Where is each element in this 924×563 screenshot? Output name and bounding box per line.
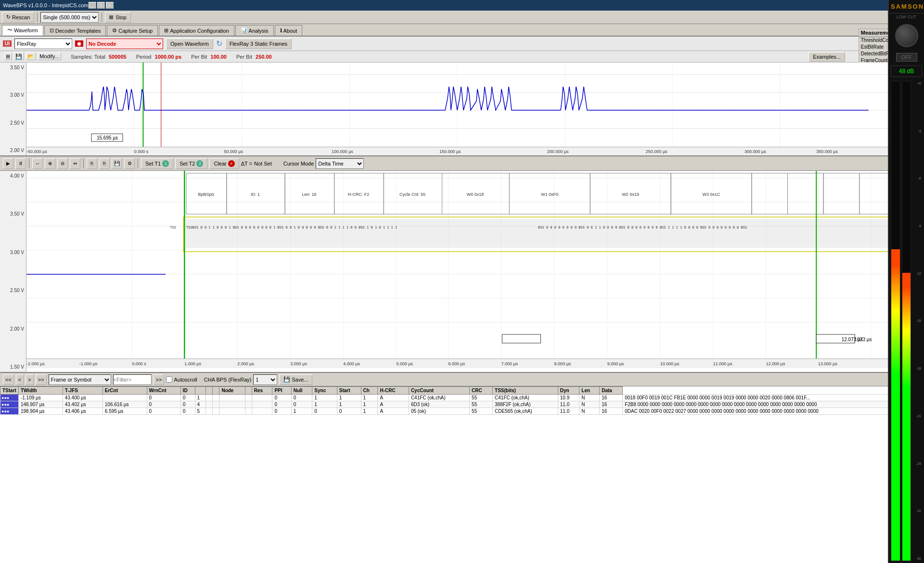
th-twidth[interactable]: TWidth — [18, 387, 63, 395]
clear-button[interactable]: Clear × — [209, 158, 239, 169]
examples-button[interactable]: Examples... — [808, 52, 845, 62]
cursor-move-button[interactable]: ↔ — [32, 158, 43, 169]
maximize-button[interactable]: □ — [97, 2, 105, 9]
table-cell-23: 0DAC 0020 00F0 0022 0027 0000 0000 0000 … — [623, 408, 924, 415]
th-crc[interactable]: CRC — [470, 387, 493, 395]
th-start[interactable]: Start — [337, 387, 361, 395]
th-tjfs[interactable]: T-JFS — [63, 387, 103, 395]
frame-type-select[interactable]: Frame or Symbol — [49, 374, 111, 385]
th-null[interactable]: Null — [291, 387, 312, 395]
save-data-button[interactable]: 💾 Save... — [279, 374, 312, 385]
autoscroll-checkbox[interactable] — [166, 376, 172, 383]
meter-bar-left — [891, 81, 900, 561]
copy-button[interactable]: ⎘ — [87, 158, 97, 169]
by-label-200: 2.00 V — [2, 326, 24, 332]
nav-last-button[interactable]: >> — [36, 374, 47, 385]
table-row[interactable]: ●●●148.907 µs43.402 µs106.616 µs00400111… — [0, 401, 924, 408]
page-select[interactable]: 1 — [253, 374, 277, 385]
config2-button[interactable]: ⚙ — [124, 158, 135, 169]
th-col8 — [206, 387, 213, 395]
off-button[interactable]: OFF — [896, 53, 917, 62]
y-label-350: 3.50 V — [2, 65, 24, 70]
set-t1-button[interactable]: Set T1 1 — [141, 158, 173, 169]
set-t2-button[interactable]: Set T2 2 — [175, 158, 207, 169]
save-wfm-button[interactable]: 💾 — [112, 158, 122, 169]
table-cell-1: 43.400 µs — [63, 395, 103, 401]
table-cell-21: N — [579, 408, 600, 415]
nav-next-button[interactable]: > — [26, 374, 33, 385]
th-tstart[interactable]: TStart — [0, 387, 19, 395]
table-row[interactable]: ●●●198.904 µs43.406 µs6.595 µs00501001A0… — [0, 408, 924, 415]
scale-n21: -21 — [912, 414, 921, 418]
svg-text:BSS 0 0 0 0 0 0 0 0 BSS 0 0 1 : BSS 0 0 0 0 0 0 0 0 BSS 0 0 1 1 0 0 0 0 … — [538, 226, 747, 230]
th-node[interactable]: Node — [219, 387, 245, 395]
tab-app-config[interactable]: ⊞ Application Configuration — [159, 25, 234, 36]
autoscroll-label: Autoscroll — [166, 376, 197, 383]
bx-label-6: 6.000 µs — [449, 361, 465, 366]
zoom-in-button[interactable]: ⊕ — [45, 158, 55, 169]
th-res[interactable]: Res — [252, 387, 272, 395]
filter-input[interactable] — [113, 374, 152, 385]
open-waveform-button[interactable]: Open Waveform — [166, 38, 213, 49]
cursor-mode-select[interactable]: Delta Time Single Cursor No Cursor — [316, 158, 364, 169]
copy2-button[interactable]: ⎘ — [99, 158, 110, 169]
th-ch[interactable]: Ch — [361, 387, 378, 395]
play-button[interactable]: ▶ — [3, 158, 13, 169]
zoom-out-button[interactable]: ⊖ — [57, 158, 68, 169]
modify-button[interactable]: Modify... — [38, 52, 61, 60]
tab-decoder-templates[interactable]: ⊡ Decoder Templates — [44, 25, 106, 36]
tab-analysis[interactable]: 📊 Analysis — [235, 25, 274, 36]
table-cell-6 — [206, 401, 213, 408]
close-button[interactable]: × — [106, 2, 114, 9]
stop-button[interactable]: Stop — [105, 12, 131, 23]
table-cell-10 — [252, 408, 272, 415]
th-id[interactable]: ID — [180, 387, 195, 395]
table-cell-21: N — [579, 401, 600, 408]
table-cell-23: 0018 00F0 0019 001C FB1E 0000 0000 0019 … — [623, 395, 924, 401]
nav-first-button[interactable]: << — [3, 374, 14, 385]
svg-text:BpBSp0: BpBSp0 — [198, 192, 214, 197]
title-bar: WaveBPS v1.0.0.0 - IntrepidCS.com _ □ × — [0, 0, 924, 11]
toolbar-icon3[interactable]: 📂 — [26, 52, 36, 60]
table-cell-13: 1 — [312, 401, 337, 408]
static-frames-button[interactable]: FlexRay 3 Static Frames — [225, 38, 292, 49]
tab-capture-setup[interactable]: ⚙ Capture Setup — [107, 25, 158, 36]
bx-label-7: 7.000 µs — [501, 361, 518, 366]
pause-button[interactable]: ⏸ — [15, 158, 26, 169]
decode-select[interactable]: No Decode — [86, 38, 163, 49]
th-wrncnt[interactable]: WrnCnt — [147, 387, 180, 395]
filter-apply-button[interactable]: >> — [154, 374, 165, 385]
th-ercnt[interactable]: ErCnt — [103, 387, 147, 395]
toolbar-icon2[interactable]: 💾 — [13, 52, 24, 60]
table-cell-17: C41FC (ok,chA) — [409, 395, 469, 401]
th-len[interactable]: Len — [579, 387, 600, 395]
top-x-axis: -50.000 µs 0.000 s 50.000 µs 100.000 µs … — [26, 147, 924, 155]
th-hcrc[interactable]: H-CRC — [378, 387, 409, 395]
zoom-fit-horizontal[interactable]: ⇔ — [70, 158, 80, 169]
th-tss[interactable]: TSS(bits) — [493, 387, 558, 395]
rescan-button[interactable]: ↻ Rescan — [2, 12, 34, 23]
toolbar-icon1[interactable]: ⊞ — [4, 52, 12, 60]
decoder-icon: ⊡ — [50, 27, 54, 34]
nav-prev-button[interactable]: < — [16, 374, 24, 385]
th-dyn[interactable]: Dyn — [558, 387, 579, 395]
table-cell-22: 16 — [600, 401, 623, 408]
th-sync[interactable]: Sync — [312, 387, 337, 395]
table-cell-16: A — [378, 401, 409, 408]
th-cyccount[interactable]: CycCount — [409, 387, 469, 395]
mode-select[interactable]: Single (500.000 ms) — [40, 12, 99, 23]
table-cell-1: 43.402 µs — [63, 401, 103, 408]
table-cell-6 — [206, 408, 213, 415]
protocol-select[interactable]: FlexRay — [14, 38, 72, 49]
tab-about[interactable]: ℹ About — [275, 25, 303, 36]
tab-waveform[interactable]: 〜 Waveform — [2, 25, 43, 36]
scale-n9: -9 — [912, 224, 921, 228]
svg-text:H-CRC: F2: H-CRC: F2 — [348, 192, 370, 197]
data-table-area[interactable]: TStart TWidth T-JFS ErCnt WrnCnt ID Node… — [0, 386, 924, 563]
minimize-button[interactable]: _ — [89, 2, 96, 9]
table-cell-12: 1 — [291, 408, 312, 415]
table-row[interactable]: ●●●-1.109 µs43.400 µs00100111AC41FC (ok,… — [0, 395, 924, 401]
low-cut-knob[interactable] — [895, 24, 918, 47]
th-data[interactable]: Data — [600, 387, 623, 395]
th-ppi[interactable]: PPI — [272, 387, 291, 395]
